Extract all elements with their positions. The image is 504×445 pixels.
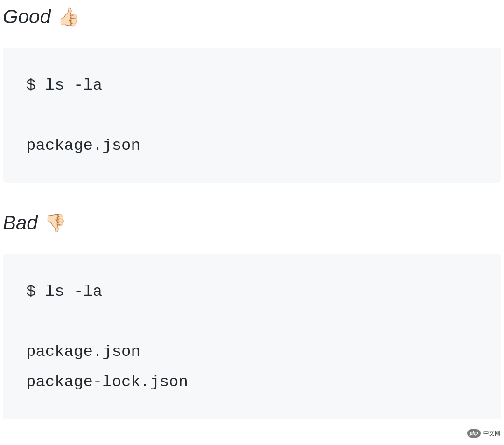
watermark-text: 中文网 [483,430,500,438]
bad-label: Bad [3,211,38,236]
thumbs-up-icon: 👍🏻 [57,6,79,28]
bad-codeblock: $ ls -la package.json package-lock.json [3,254,501,419]
good-label: Good [3,5,51,29]
good-heading: Good 👍🏻 [3,5,501,29]
watermark-badge-text: php [470,430,478,437]
watermark: php 中文网 [467,429,500,438]
watermark-badge: php [467,429,481,438]
thumbs-down-icon: 👎🏻 [44,212,66,235]
bad-heading: Bad 👎🏻 [3,211,501,236]
good-codeblock: $ ls -la package.json [3,48,501,183]
